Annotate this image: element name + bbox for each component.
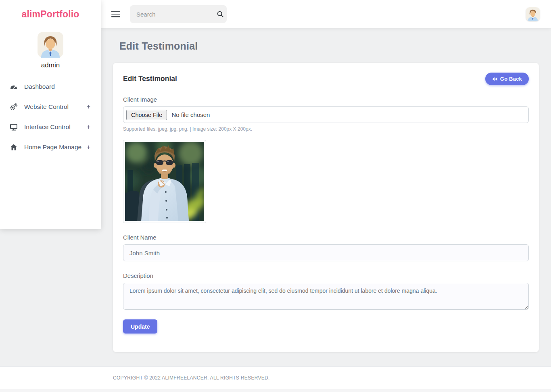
sidebar-item-label: Website Control <box>24 103 87 111</box>
copyright-text: COPYRIGHT © 2022 ALIMFREELANCER. ALL RIG… <box>113 375 551 381</box>
bottom-scroll-strip <box>0 389 551 392</box>
sidebar-nav: Dashboard Website Control + Interface Co… <box>0 77 101 157</box>
client-name-input[interactable] <box>123 244 529 261</box>
go-back-button[interactable]: Go Back <box>485 73 529 85</box>
main-content: Edit Testimonial Edit Testimonial Go Bac… <box>101 28 551 352</box>
rewind-icon <box>492 77 497 81</box>
client-image-preview <box>123 140 206 223</box>
card-header: Edit Testimonial Go Back <box>123 73 529 85</box>
search-icon[interactable] <box>217 10 224 18</box>
file-help-text: Supported files: jpeg, jpg, png. | Image… <box>123 126 529 132</box>
desktop-icon <box>10 123 19 131</box>
expand-plus-icon: + <box>87 123 91 131</box>
tachometer-icon <box>10 83 19 91</box>
description-textarea[interactable]: Lorem ipsum dolor sit amet, consectetur … <box>123 283 529 310</box>
sidebar: alimPortfolio admin Dashboard <box>0 0 101 229</box>
footer: COPYRIGHT © 2022 ALIMFREELANCER. ALL RIG… <box>0 366 551 389</box>
sidebar-item-home-page-manage[interactable]: Home Page Manage + <box>0 137 101 157</box>
user-avatar[interactable] <box>526 7 540 21</box>
go-back-label: Go Back <box>500 76 522 82</box>
home-icon <box>10 143 19 151</box>
page-title: Edit Testimonial <box>119 40 551 52</box>
sidebar-item-website-control[interactable]: Website Control + <box>0 97 101 117</box>
client-photo <box>125 142 204 221</box>
sidebar-item-label: Interface Control <box>24 123 87 131</box>
card-title: Edit Testimonial <box>123 75 177 83</box>
person-avatar-icon <box>38 32 63 58</box>
person-avatar-icon <box>526 7 540 21</box>
search-box <box>130 5 227 23</box>
expand-plus-icon: + <box>87 144 91 151</box>
client-name-label: Client Name <box>123 234 529 241</box>
topbar <box>101 0 551 28</box>
choose-file-button[interactable]: Choose File <box>126 110 167 120</box>
file-input[interactable]: Choose File No file chosen <box>123 106 529 123</box>
sidebar-item-interface-control[interactable]: Interface Control + <box>0 117 101 137</box>
file-status-text: No file chosen <box>171 111 210 118</box>
hamburger-menu-icon[interactable] <box>111 11 120 17</box>
search-input[interactable] <box>136 11 217 18</box>
description-label: Description <box>123 272 529 279</box>
sidebar-item-label: Dashboard <box>24 83 90 90</box>
sidebar-item-dashboard[interactable]: Dashboard <box>0 77 101 97</box>
edit-testimonial-card: Edit Testimonial Go Back Client Image Ch… <box>113 63 539 352</box>
admin-username: admin <box>0 61 101 69</box>
sidebar-admin-avatar <box>38 32 63 58</box>
sidebar-item-label: Home Page Manage <box>24 144 87 151</box>
brand-logo[interactable]: alimPortfolio <box>0 9 101 20</box>
expand-plus-icon: + <box>87 103 91 111</box>
update-button[interactable]: Update <box>123 319 157 334</box>
cogs-icon <box>10 103 19 111</box>
client-image-label: Client Image <box>123 96 529 103</box>
